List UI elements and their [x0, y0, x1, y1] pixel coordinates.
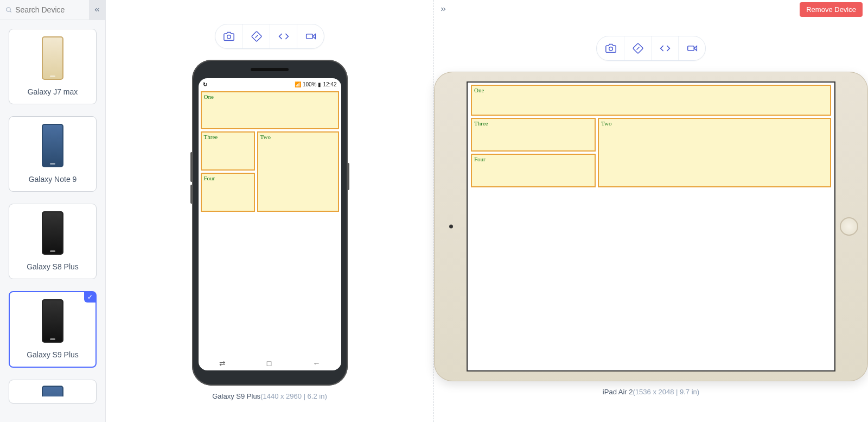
tablet-screen[interactable]: One Two Three Four: [467, 81, 835, 371]
back-icon[interactable]: ←: [312, 359, 320, 368]
code-icon: [278, 31, 289, 42]
signal-icon: 📶: [295, 81, 301, 87]
record-button[interactable]: [297, 24, 324, 48]
cell-two: Two: [257, 131, 339, 212]
search-box[interactable]: [0, 1, 89, 18]
video-icon: [305, 31, 316, 42]
selected-badge: ✓: [84, 292, 96, 303]
cell-one: One: [201, 91, 339, 129]
clock: 12:42: [323, 81, 336, 87]
code-icon: [660, 43, 671, 54]
svg-marker-11: [694, 46, 697, 51]
phone-content: One Two Three Four: [199, 90, 341, 356]
screenshot-button[interactable]: [597, 36, 624, 60]
svg-marker-6: [312, 34, 315, 39]
battery-percent: 100%: [303, 81, 317, 87]
svg-point-2: [227, 35, 231, 39]
battery-icon: ▮: [318, 81, 321, 87]
search-row: [0, 0, 105, 20]
device-caption: iPad Air 2(1536 x 2048 | 9.7 in): [603, 388, 699, 396]
device-card-next[interactable]: [9, 380, 97, 404]
cell-two: Two: [598, 118, 831, 187]
device-dims: (1440 x 2960 | 6.2 in): [260, 392, 327, 400]
code-button[interactable]: [651, 36, 678, 60]
cell-four: Four: [471, 154, 596, 187]
device-thumb: [14, 210, 92, 256]
remove-device-button[interactable]: Remove Device: [800, 2, 863, 17]
rotate-button[interactable]: [624, 36, 651, 60]
device-label: Galaxy S9 Plus: [14, 350, 91, 359]
rotate-icon: [251, 31, 262, 42]
svg-rect-10: [687, 46, 694, 51]
device-card-galaxy-s9-plus[interactable]: ✓ Galaxy S9 Plus: [9, 291, 97, 368]
code-button[interactable]: [270, 24, 297, 48]
device-list[interactable]: Galaxy J7 max Galaxy Note 9 Galaxy S8 Pl…: [0, 20, 105, 422]
video-icon: [687, 43, 698, 54]
collapse-sidebar-button[interactable]: [89, 0, 105, 20]
device-dims: (1536 x 2048 | 9.7 in): [633, 388, 700, 396]
device-label: Galaxy J7 max: [14, 87, 92, 96]
device-thumb: [14, 386, 92, 396]
recent-apps-icon[interactable]: ⇄: [219, 359, 226, 368]
phone-screen[interactable]: ↻ 📶 100% ▮ 12:42 One Two Three Four: [199, 78, 341, 370]
device-card-galaxy-note-9[interactable]: Galaxy Note 9: [9, 116, 97, 192]
device-thumb: [14, 122, 92, 168]
rotate-icon: [633, 43, 643, 54]
tablet-camera: [449, 225, 453, 229]
device-name: Galaxy S9 Plus: [212, 392, 260, 400]
preview-pane-tablet: Remove Device Rotate One Tw: [434, 0, 868, 422]
chevron-double-right-icon: [439, 5, 447, 13]
device-name: iPad Air 2: [603, 388, 633, 396]
main-area: ↻ 📶 100% ▮ 12:42 One Two Three Four: [106, 0, 868, 422]
check-icon: ✓: [87, 293, 93, 301]
record-button[interactable]: [678, 36, 705, 60]
tablet-frame: One Two Three Four: [434, 72, 868, 381]
svg-line-4: [255, 35, 258, 38]
screenshot-button[interactable]: [215, 24, 242, 48]
status-bar: ↻ 📶 100% ▮ 12:42: [199, 78, 341, 90]
svg-point-7: [609, 47, 612, 51]
rotate-button[interactable]: [242, 24, 270, 48]
device-card-galaxy-j7-max[interactable]: Galaxy J7 max: [9, 29, 97, 104]
loading-icon: ↻: [203, 81, 207, 87]
expand-sidebar-button[interactable]: [437, 3, 449, 15]
device-card-galaxy-s8-plus[interactable]: Galaxy S8 Plus: [9, 204, 97, 279]
preview-pane-phone: ↻ 📶 100% ▮ 12:42 One Two Three Four: [106, 0, 434, 422]
cell-three: Three: [471, 118, 596, 152]
svg-line-9: [636, 47, 639, 50]
device-label: Galaxy S8 Plus: [14, 262, 92, 271]
phone-frame: ↻ 📶 100% ▮ 12:42 One Two Three Four: [192, 60, 348, 386]
cell-four: Four: [201, 173, 255, 212]
camera-icon: [605, 43, 616, 54]
camera-icon: [224, 31, 234, 42]
search-input[interactable]: [15, 5, 84, 14]
cell-one: One: [471, 85, 831, 116]
search-icon: [5, 6, 12, 14]
device-thumb: [14, 35, 92, 81]
svg-line-1: [10, 11, 11, 12]
cell-three: Three: [201, 131, 255, 171]
device-sidebar: Galaxy J7 max Galaxy Note 9 Galaxy S8 Pl…: [0, 0, 106, 422]
home-icon[interactable]: □: [267, 359, 271, 368]
android-navbar: ⇄ □ ←: [199, 356, 341, 370]
tablet-home-button[interactable]: [840, 217, 858, 236]
device-toolbar: [215, 24, 324, 49]
chevron-double-left-icon: [93, 6, 101, 14]
svg-rect-5: [306, 34, 312, 39]
device-thumb: [14, 298, 91, 344]
svg-point-0: [7, 8, 10, 11]
device-label: Galaxy Note 9: [14, 175, 92, 184]
device-caption: Galaxy S9 Plus(1440 x 2960 | 6.2 in): [212, 392, 327, 400]
device-toolbar: Rotate: [596, 36, 706, 61]
